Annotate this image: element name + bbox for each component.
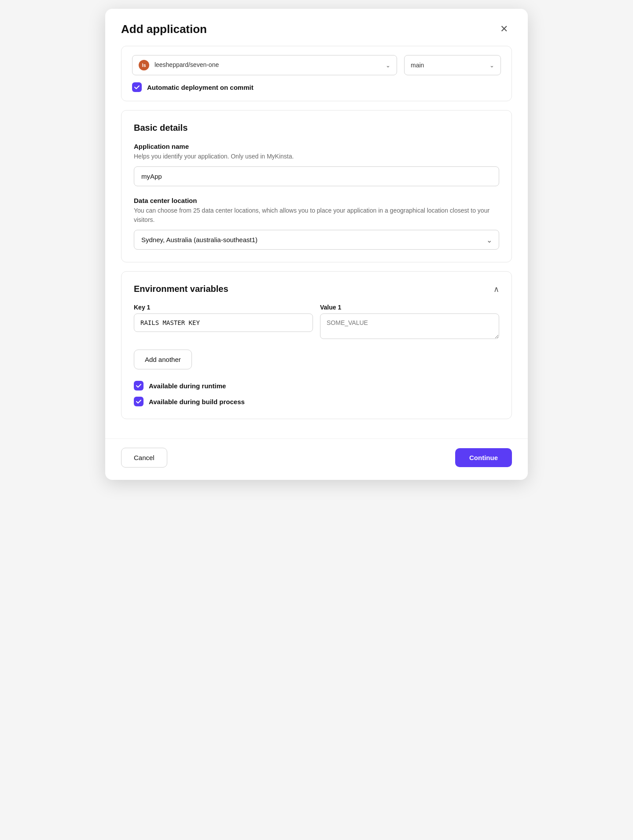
runtime-check-icon <box>136 383 142 389</box>
env-section-header: Environment variables ∧ <box>134 284 499 294</box>
runtime-label: Available during runtime <box>149 382 226 390</box>
datacenter-description: You can choose from 25 data center locat… <box>134 206 499 225</box>
cancel-label: Cancel <box>134 454 155 461</box>
auto-deploy-row: Automatic deployment on commit <box>132 82 501 92</box>
repo-select[interactable]: ls leesheppard/seven-one ⌄ <box>132 55 397 75</box>
auto-deploy-checkbox[interactable] <box>132 82 142 92</box>
branch-select[interactable]: main ⌄ <box>404 55 501 75</box>
cancel-button[interactable]: Cancel <box>121 448 167 468</box>
datacenter-select[interactable]: Sydney, Australia (australia-southeast1)… <box>134 230 499 250</box>
basic-details-title: Basic details <box>134 123 499 133</box>
env-collapse-button[interactable]: ∧ <box>493 284 499 294</box>
add-another-label: Add another <box>145 356 181 363</box>
env-value-label: Value 1 <box>320 304 499 311</box>
branch-value: main <box>411 62 424 69</box>
repo-avatar: ls <box>139 60 149 70</box>
build-checkbox-row: Available during build process <box>134 397 499 406</box>
continue-label: Continue <box>469 454 498 461</box>
env-value-textarea[interactable] <box>320 313 499 339</box>
build-label: Available during build process <box>149 398 245 405</box>
auto-deploy-label: Automatic deployment on commit <box>147 84 254 91</box>
repo-value: leesheppard/seven-one <box>155 61 219 68</box>
app-name-label: Application name <box>134 143 499 150</box>
env-key-field: Key 1 <box>134 304 313 341</box>
env-section-title: Environment variables <box>134 284 228 294</box>
build-checkbox[interactable] <box>134 397 144 406</box>
modal-footer: Cancel Continue <box>105 438 528 480</box>
add-another-button[interactable]: Add another <box>134 350 192 369</box>
branch-chevron-down-icon: ⌄ <box>489 62 494 69</box>
datacenter-label: Data center location <box>134 197 499 204</box>
continue-button[interactable]: Continue <box>455 448 512 467</box>
modal-title: Add application <box>121 22 207 36</box>
repo-section: ls leesheppard/seven-one ⌄ main ⌄ Automa… <box>121 46 512 101</box>
app-name-field-group: Application name Helps you identify your… <box>134 143 499 186</box>
repo-row: ls leesheppard/seven-one ⌄ main ⌄ <box>132 55 501 75</box>
runtime-checkbox[interactable] <box>134 381 144 391</box>
app-name-input[interactable] <box>134 166 499 186</box>
close-button[interactable]: ✕ <box>496 21 512 37</box>
repo-chevron-down-icon: ⌄ <box>386 62 390 69</box>
runtime-checkbox-row: Available during runtime <box>134 381 499 391</box>
repo-avatar-wrapper: ls leesheppard/seven-one <box>139 60 219 70</box>
app-name-description: Helps you identify your application. Onl… <box>134 152 499 161</box>
add-application-modal: Add application ✕ ls leesheppard/seven-o… <box>105 9 528 480</box>
build-check-icon <box>136 398 142 405</box>
auto-deploy-check-icon <box>134 84 140 90</box>
basic-details-section: Basic details Application name Helps you… <box>121 110 512 262</box>
env-key-input[interactable] <box>134 313 313 332</box>
modal-header: Add application ✕ <box>105 9 528 46</box>
datacenter-field-group: Data center location You can choose from… <box>134 197 499 250</box>
chevron-up-icon: ∧ <box>493 285 499 294</box>
env-checkboxes: Available during runtime Available durin… <box>134 381 499 406</box>
env-value-field: Value 1 <box>320 304 499 341</box>
env-grid: Key 1 Value 1 <box>134 304 499 341</box>
close-icon: ✕ <box>500 23 508 35</box>
env-variables-section: Environment variables ∧ Key 1 Value 1 Ad… <box>121 271 512 419</box>
datacenter-select-wrapper: Sydney, Australia (australia-southeast1)… <box>134 230 499 250</box>
env-key-label: Key 1 <box>134 304 313 311</box>
modal-body: ls leesheppard/seven-one ⌄ main ⌄ Automa… <box>105 46 528 438</box>
